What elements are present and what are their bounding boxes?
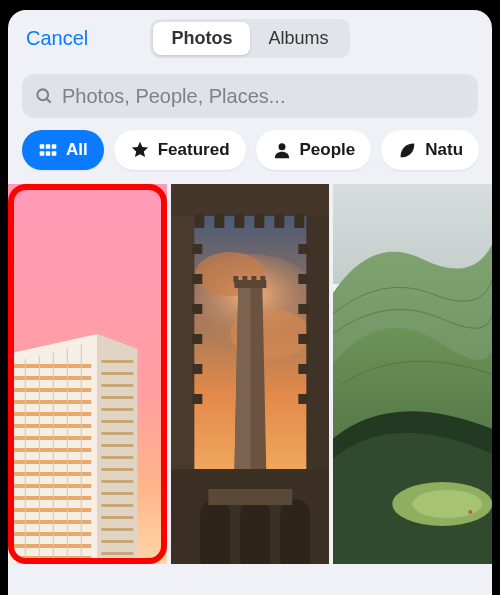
svg-point-8 [278, 143, 285, 150]
svg-rect-79 [298, 244, 308, 254]
svg-rect-84 [298, 394, 308, 404]
svg-rect-39 [101, 420, 133, 423]
svg-rect-85 [208, 489, 292, 505]
svg-rect-43 [101, 468, 133, 471]
svg-rect-45 [101, 492, 133, 495]
filter-all[interactable]: All [22, 130, 104, 170]
svg-rect-49 [101, 540, 133, 543]
svg-point-89 [469, 510, 473, 514]
svg-rect-48 [101, 528, 133, 531]
svg-rect-68 [214, 214, 224, 228]
svg-rect-38 [101, 408, 133, 411]
photo-thumb-0[interactable] [8, 184, 167, 564]
svg-rect-77 [192, 364, 202, 374]
svg-rect-81 [298, 304, 308, 314]
grid-icon [38, 140, 58, 160]
star-icon [130, 140, 150, 160]
filter-people[interactable]: People [256, 130, 372, 170]
svg-rect-82 [298, 334, 308, 344]
svg-rect-73 [192, 244, 202, 254]
leaf-icon [397, 140, 417, 160]
svg-rect-76 [192, 334, 202, 344]
segment-albums[interactable]: Albums [250, 22, 346, 55]
search-icon [34, 86, 54, 106]
svg-point-0 [37, 89, 48, 100]
svg-rect-47 [101, 516, 133, 519]
svg-rect-83 [298, 364, 308, 374]
header-bar: Cancel Photos Albums [8, 10, 492, 66]
segment-photos[interactable]: Photos [153, 22, 250, 55]
search-field[interactable]: Photos, People, Places... [22, 74, 478, 118]
filter-nature[interactable]: Natu [381, 130, 479, 170]
cancel-button[interactable]: Cancel [26, 27, 88, 50]
chip-label: People [300, 140, 356, 160]
svg-rect-50 [101, 552, 133, 555]
svg-rect-6 [46, 151, 51, 156]
svg-rect-2 [40, 144, 45, 149]
svg-rect-67 [194, 214, 204, 228]
filter-featured[interactable]: Featured [114, 130, 246, 170]
search-placeholder: Photos, People, Places... [62, 85, 285, 108]
svg-rect-46 [101, 504, 133, 507]
svg-rect-3 [46, 144, 51, 149]
svg-rect-42 [101, 456, 133, 459]
photo-thumb-1[interactable] [171, 184, 330, 564]
photo-grid [8, 184, 492, 564]
svg-rect-36 [101, 384, 133, 387]
svg-rect-34 [101, 360, 133, 363]
svg-rect-78 [192, 394, 202, 404]
svg-point-88 [413, 490, 483, 518]
svg-rect-65 [171, 184, 330, 216]
svg-rect-4 [52, 144, 57, 149]
photo-thumb-2[interactable] [333, 184, 492, 564]
filter-bar[interactable]: All Featured People Natu [8, 130, 492, 184]
chip-label: All [66, 140, 88, 160]
svg-rect-72 [294, 214, 304, 228]
svg-rect-41 [101, 444, 133, 447]
view-segmented-control[interactable]: Photos Albums [150, 19, 349, 58]
svg-rect-62 [260, 276, 265, 282]
photo-picker-sheet: Cancel Photos Albums Photos, People, Pla… [8, 10, 492, 595]
svg-rect-7 [52, 151, 57, 156]
svg-rect-69 [234, 214, 244, 228]
chip-label: Featured [158, 140, 230, 160]
svg-rect-5 [40, 151, 45, 156]
svg-line-1 [47, 99, 51, 103]
svg-rect-44 [101, 480, 133, 483]
svg-rect-59 [233, 276, 238, 282]
svg-rect-37 [101, 396, 133, 399]
svg-rect-40 [101, 432, 133, 435]
svg-rect-60 [242, 276, 247, 282]
svg-rect-35 [101, 372, 133, 375]
svg-rect-61 [251, 276, 256, 282]
svg-rect-80 [298, 274, 308, 284]
svg-rect-70 [254, 214, 264, 228]
person-icon [272, 140, 292, 160]
chip-label: Natu [425, 140, 463, 160]
svg-rect-71 [274, 214, 284, 228]
svg-rect-75 [192, 304, 202, 314]
svg-rect-74 [192, 274, 202, 284]
